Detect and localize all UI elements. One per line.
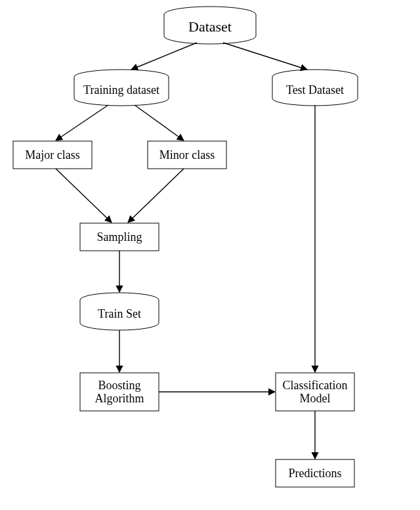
- edge-training-major: [56, 105, 108, 140]
- node-trainset-label: Train Set: [98, 307, 141, 320]
- node-major-class: Major class: [13, 141, 92, 169]
- node-training-dataset: Training dataset: [74, 70, 169, 106]
- node-dataset-label: Dataset: [188, 18, 232, 35]
- node-sampling-label: Sampling: [96, 230, 142, 244]
- flow-diagram: Dataset Training dataset Test Dataset Ma…: [0, 0, 420, 510]
- node-classification-model: ClassificationModel: [276, 373, 354, 411]
- node-major-label: Major class: [25, 148, 79, 161]
- node-minor-label: Minor class: [159, 148, 215, 161]
- node-train-set: Train Set: [80, 293, 159, 330]
- edge-training-minor: [135, 105, 184, 140]
- node-predictions-label: Predictions: [289, 467, 342, 480]
- node-test-label: Test Dataset: [286, 83, 344, 96]
- node-minor-class: Minor class: [148, 141, 226, 169]
- node-test-dataset: Test Dataset: [272, 70, 358, 106]
- node-boosting-algorithm: BoostingAlgorithm: [80, 373, 159, 411]
- node-dataset: Dataset: [164, 7, 256, 44]
- node-boosting-label: BoostingAlgorithm: [95, 379, 144, 405]
- edge-dataset-test: [223, 43, 307, 70]
- edge-major-sampling: [56, 169, 112, 223]
- node-training-label: Training dataset: [83, 83, 159, 96]
- edge-minor-sampling: [128, 169, 184, 223]
- node-predictions: Predictions: [276, 459, 354, 487]
- edge-dataset-training: [131, 43, 197, 70]
- node-sampling: Sampling: [80, 223, 159, 251]
